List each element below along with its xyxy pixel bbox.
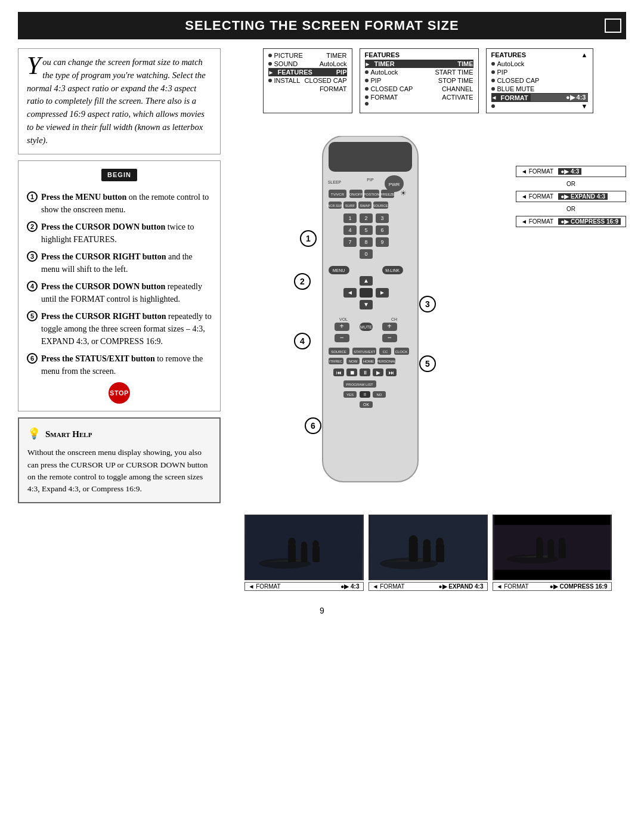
callout-5: 5 [419, 355, 436, 372]
format-option-expand43-value: ●▶ EXPAND 4:3 [558, 193, 608, 200]
svg-text:M-LINK: M-LINK [385, 268, 400, 272]
main-content: You can change the screen format size to… [18, 48, 626, 591]
svg-text:PROGRAM LIST: PROGRAM LIST [346, 383, 373, 386]
menu2-row-0: ► TIMER TIME [365, 60, 473, 68]
svg-text:7: 7 [348, 239, 351, 245]
menu3-dot-5 [491, 104, 495, 108]
menu3-row-5: ▼ [491, 102, 588, 110]
svg-text:ITR/REC: ITR/REC [329, 360, 342, 363]
remote-svg: PWR SLEEP PIP TV/VCR ON/OFF POSTION [311, 136, 430, 494]
svg-text:▲: ▲ [363, 277, 369, 284]
svg-text:MENU: MENU [333, 268, 345, 272]
svg-text:MUTE: MUTE [360, 325, 372, 329]
svg-text:3: 3 [380, 215, 383, 221]
svg-point-130 [547, 539, 554, 547]
menu1-label-0: PICTURE [274, 52, 303, 59]
bottom-previews: ◄ FORMAT ●▶ 4:3 [230, 515, 626, 591]
corner-decoration [605, 18, 621, 33]
svg-text:OK: OK [363, 402, 369, 407]
format-label-compress169-right: ●▶ COMPRESS 16:9 [550, 583, 608, 590]
svg-rect-131 [558, 544, 565, 559]
step-1: 1 Press the MENU button on the remote co… [27, 191, 212, 216]
menu2-arrow-0: ► [365, 61, 371, 67]
page-number: 9 [320, 606, 324, 615]
menu3-label-4: FORMAT [500, 94, 528, 101]
step-4: 4 Press the CURSOR DOWN button repeatedl… [27, 280, 212, 305]
menu1-dot-3 [268, 79, 272, 82]
stop-badge: STOP [109, 382, 130, 404]
svg-text:STATUS/EXT: STATUS/EXT [354, 350, 375, 354]
svg-text:II: II [364, 392, 366, 397]
menu1-value-1: AutoLock [300, 60, 346, 67]
svg-text:ON/OFF: ON/OFF [349, 193, 363, 196]
step-6-number: 6 [27, 353, 38, 364]
svg-text:−: − [387, 333, 391, 342]
svg-text:NOW: NOW [349, 360, 358, 363]
step-5-number: 5 [27, 311, 38, 321]
menu2-label-3: CLOSED CAP [371, 85, 413, 92]
menu3-arrow-4: ◄ [491, 94, 497, 101]
menu1-label-2: FEATURES [277, 69, 312, 76]
step-4-bold: Press the CURSOR DOWN button [41, 282, 165, 291]
menu3-dot-1 [491, 70, 495, 74]
menu2-label-0: TIMER [374, 60, 394, 67]
step-1-bold: Press the MENU button [41, 193, 126, 202]
step-4-text: Press the CURSOR DOWN button repeatedly … [41, 280, 212, 305]
svg-rect-120 [435, 544, 444, 562]
step-1-number: 1 [27, 191, 38, 202]
menu2-value-4: ACTIVATE [400, 94, 473, 101]
svg-rect-124 [494, 570, 609, 580]
svg-text:⏸: ⏸ [363, 370, 368, 376]
menu1-label-3: INSTALL [274, 77, 301, 84]
svg-text:CH: CH [391, 317, 397, 321]
menu2-row-4: FORMAT ACTIVATE [365, 93, 473, 101]
format-options-panel: ◄ FORMAT ●▶ 4:3 OR ◄ FORMAT ●▶ EXPAND 4:… [516, 118, 626, 227]
preview-expand43: ◄ FORMAT ●▶ EXPAND 4:3 [369, 515, 488, 591]
format-label-expand43: ◄ FORMAT ●▶ EXPAND 4:3 [369, 582, 488, 591]
drop-cap: Y [27, 56, 41, 76]
page-title-bar: Selecting the Screen Format Size [18, 12, 626, 39]
svg-rect-129 [547, 545, 554, 559]
menu2-dot-3 [365, 87, 369, 91]
menu3-dot-2 [491, 79, 495, 82]
svg-text:PERSONAL: PERSONAL [377, 360, 397, 363]
menu2-label-4: FORMAT [371, 94, 398, 101]
smart-help-label: Smart Help [45, 428, 92, 441]
svg-rect-1 [329, 142, 412, 172]
menu1-value-3: CLOSED CAP [302, 77, 346, 84]
svg-text:YES: YES [346, 393, 354, 397]
svg-text:NO: NO [377, 393, 382, 397]
step-1-text: Press the MENU button on the remote cont… [41, 191, 212, 216]
svg-text:SURF: SURF [345, 204, 355, 208]
callout-4: 4 [294, 333, 311, 349]
menu2-dot-4 [365, 95, 369, 99]
format-label-compress169: ◄ FORMAT ●▶ COMPRESS 16:9 [493, 582, 612, 591]
svg-text:TV/VCR: TV/VCR [331, 193, 345, 196]
step-2-bold: Press the CURSOR DOWN button [41, 222, 165, 231]
menu2-label-2: PIP [371, 77, 382, 84]
menu2-value-2: STOP TIME [383, 77, 473, 84]
step-2: 2 Press the CURSOR DOWN button twice to … [27, 221, 212, 246]
step-6-text: Press the STATUS/EXIT button to remove t… [41, 352, 212, 377]
stop-badge-container: STOP [27, 382, 212, 404]
screen-expand43-svg [369, 515, 487, 580]
svg-text:1: 1 [348, 215, 351, 221]
features-menu-box: FEATURES ► TIMER TIME AutoLock START TIM… [360, 48, 479, 113]
lightbulb-icon: 💡 [27, 426, 41, 442]
smart-help-box: 💡 Smart Help Without the onscreen menu d… [18, 417, 221, 503]
format-label-43: ◄ FORMAT ●▶ 4:3 [244, 582, 364, 591]
menu2-label-1: AutoLock [371, 69, 398, 76]
menu3-row-0: AutoLock [491, 60, 588, 68]
format-option-compress169: ◄ FORMAT ●▶ COMPRESS 16:9 [516, 216, 626, 227]
step-3: 3 Press the CURSOR RIGHT button and the … [27, 250, 212, 275]
svg-text:▼: ▼ [363, 301, 369, 308]
svg-text:HOME: HOME [363, 360, 374, 363]
steps-box: Begin 1 Press the MENU button on the rem… [18, 160, 221, 411]
step-6: 6 Press the STATUS/EXIT button to remove… [27, 352, 212, 377]
menu2-value-3: CHANNEL [415, 85, 473, 92]
menu2-row-5 [365, 101, 473, 106]
menu1-row-3: INSTALL CLOSED CAP [268, 76, 347, 85]
menu1-value-4: FORMAT [279, 85, 347, 92]
menu3-row-3: BLUE MUTE [491, 85, 588, 93]
svg-text:0: 0 [364, 251, 367, 257]
